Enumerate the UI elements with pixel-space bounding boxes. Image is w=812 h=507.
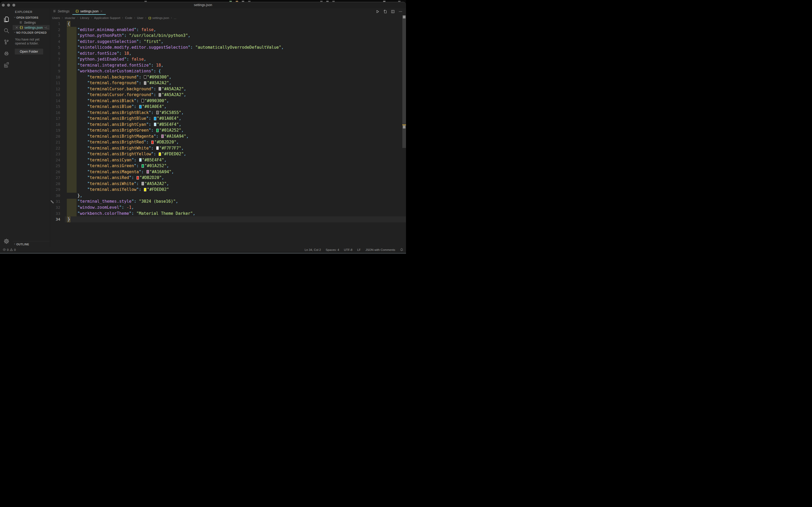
no-folder-message: You have not yet opened a folder. — [15, 38, 46, 46]
color-swatch[interactable] — [144, 188, 146, 191]
color-swatch[interactable] — [161, 134, 164, 138]
more-actions-icon[interactable] — [398, 9, 402, 14]
color-swatch[interactable] — [136, 176, 139, 179]
code-line-10[interactable]: "terminal.background": "#090300", — [68, 74, 406, 80]
activity-bar-item-explorer[interactable] — [0, 14, 13, 24]
code-line-19[interactable]: "terminal.ansiBrightGreen": "#01A252", — [68, 127, 406, 133]
settings-editor-icon — [19, 21, 23, 24]
code-line-31[interactable]: "terminal_themes.style": "3024 (base16)"… — [68, 199, 406, 205]
breadcrumb-item[interactable]: Library — [80, 16, 89, 19]
code-line-32[interactable]: "window.zoomLevel": -1, — [68, 205, 406, 211]
code-line-24[interactable]: "terminal.ansiCyan": "#B5E4F4", — [68, 157, 406, 163]
breadcrumb-item[interactable]: {}settings.json — [148, 16, 169, 19]
status-item[interactable]: JSON with Comments — [366, 248, 395, 251]
code-line-33[interactable]: "workbench.colorTheme": "Material Theme … — [68, 211, 406, 217]
code-line-8[interactable]: "terminal.integrated.fontSize": 18, — [68, 62, 406, 68]
open-settings-ui-icon[interactable] — [383, 9, 387, 14]
code-line-30[interactable]: }, — [68, 193, 406, 199]
color-swatch[interactable] — [154, 117, 156, 120]
breadcrumb-item[interactable]: User — [137, 16, 143, 19]
run-icon[interactable] — [375, 9, 380, 14]
breadcrumb-item[interactable]: Application Support — [94, 16, 120, 19]
editor-scrollbar[interactable] — [402, 15, 406, 148]
code-line-34[interactable]: } — [68, 216, 406, 222]
code-line-6[interactable]: "editor.fontSize": 18, — [68, 51, 406, 57]
activity-bar-item-source-control[interactable] — [0, 37, 13, 47]
status-item[interactable]: UTF-8 — [344, 248, 353, 251]
color-swatch[interactable] — [156, 111, 159, 114]
tab-settings-json[interactable]: {}settings.json — [72, 8, 106, 15]
code-line-27[interactable]: "terminal.ansiRed": "#DB2D20", — [68, 175, 406, 181]
outline-section-header[interactable]: OUTLINE — [13, 241, 50, 247]
code-editor[interactable]: 1234567891011121314151617181920212223242… — [50, 21, 406, 247]
breadcrumb-item[interactable]: Code — [125, 16, 132, 19]
code-line-25[interactable]: "terminal.ansiGreen": "#01A252", — [68, 163, 406, 169]
code-line-5[interactable]: "vsintellicode.modify.editor.suggestSele… — [68, 45, 406, 51]
open-folder-button[interactable]: Open Folder — [15, 49, 43, 55]
code-line-16[interactable]: "terminal.ansiBrightBlack": "#5C5855", — [68, 110, 406, 116]
color-swatch[interactable] — [159, 87, 161, 91]
notifications-bell-icon[interactable] — [400, 248, 403, 251]
close-editor-icon[interactable] — [15, 26, 18, 29]
status-item[interactable]: Ln 34, Col 2 — [305, 248, 321, 251]
code-line-21[interactable]: "terminal.ansiBrightRed": "#DB2D20", — [68, 139, 406, 145]
code-line-20[interactable]: "terminal.ansiBrightMagenta": "#A16A94", — [68, 133, 406, 139]
close-tab-icon[interactable] — [100, 10, 103, 13]
code-line-3[interactable]: "python.pythonPath": "/usr/local/bin/pyt… — [68, 33, 406, 39]
open-editors-header[interactable]: OPEN EDITORS — [13, 15, 50, 20]
open-editor-item[interactable]: Settings — [13, 20, 50, 25]
activity-bar — [0, 8, 13, 247]
breadcrumb-item[interactable]: stuaclar — [65, 16, 75, 19]
split-editor-icon[interactable] — [391, 9, 395, 14]
breadcrumbs: UsersstuaclarLibraryApplication SupportC… — [50, 15, 406, 21]
color-swatch[interactable] — [159, 93, 161, 97]
breadcrumb-item[interactable]: Users — [52, 16, 60, 19]
activity-bar-item-search[interactable] — [0, 25, 13, 36]
open-editor-item[interactable]: {}settings.json~/... — [13, 25, 50, 30]
code-line-12[interactable]: "terminalCursor.background": "#A5A2A2", — [68, 86, 406, 92]
code-line-28[interactable]: "terminal.ansiWhite": "#A5A2A2", — [68, 181, 406, 187]
tab-settings[interactable]: Settings — [50, 8, 72, 15]
color-swatch[interactable] — [156, 129, 159, 132]
code-line-29[interactable]: "terminal.ansiYellow": "#FDED02" — [68, 187, 406, 193]
color-swatch[interactable] — [154, 123, 156, 126]
code-content[interactable]: { "editor.minimap.enabled": false, "pyth… — [68, 21, 406, 222]
color-swatch[interactable] — [141, 99, 144, 102]
color-swatch[interactable] — [156, 146, 159, 150]
code-line-26[interactable]: "terminal.ansiMagenta": "#A16A94", — [68, 169, 406, 175]
color-swatch[interactable] — [141, 182, 144, 185]
code-line-1[interactable]: { — [68, 21, 406, 27]
color-swatch[interactable] — [159, 153, 161, 156]
code-line-23[interactable]: "terminal.ansiBrightYellow": "#FDED02", — [68, 151, 406, 157]
color-swatch[interactable] — [139, 158, 141, 162]
code-line-18[interactable]: "terminal.ansiBrightCyan": "#B5E4F4", — [68, 122, 406, 128]
color-swatch[interactable] — [144, 75, 146, 79]
code-line-4[interactable]: "editor.suggestSelection": "first", — [68, 39, 406, 45]
status-item[interactable]: LF — [357, 248, 361, 251]
color-swatch[interactable] — [139, 105, 141, 108]
code-line-14[interactable]: "terminal.ansiBlack": "#090300", — [68, 98, 406, 104]
no-folder-header[interactable]: NO FOLDER OPENED — [13, 30, 50, 35]
code-line-2[interactable]: "editor.minimap.enabled": false, — [68, 27, 406, 33]
breadcrumb-separator-icon — [121, 16, 124, 19]
color-swatch[interactable] — [146, 170, 149, 173]
manage-gear-icon[interactable] — [0, 237, 13, 245]
color-swatch[interactable] — [151, 140, 154, 144]
code-line-17[interactable]: "terminal.ansiBrightBlue": "#01A0E4", — [68, 116, 406, 122]
color-swatch[interactable] — [141, 164, 144, 168]
titlebar[interactable]: settings.json — [0, 2, 406, 8]
code-line-11[interactable]: "terminal.foreground": "#A5A2A2", — [68, 80, 406, 86]
status-item[interactable]: Spaces: 4 — [326, 248, 339, 251]
sidebar-explorer: EXPLORER OPEN EDITORS Settings{}settings… — [13, 8, 50, 247]
breadcrumb-item[interactable]: ... — [174, 16, 177, 19]
activity-bar-item-extensions[interactable] — [0, 59, 13, 70]
activity-bar-item-debug[interactable] — [0, 48, 13, 58]
color-swatch[interactable] — [144, 81, 146, 85]
code-line-22[interactable]: "terminal.ansiBrightWhite": "#F7F7F7", — [68, 145, 406, 151]
no-folder-label: NO FOLDER OPENED — [16, 31, 47, 34]
code-line-13[interactable]: "terminalCursor.foreground": "#A5A2A2", — [68, 92, 406, 98]
code-line-7[interactable]: "python.jediEnabled": false, — [68, 56, 406, 62]
problems-status[interactable]: 00 — [3, 248, 16, 251]
code-line-15[interactable]: "terminal.ansiBlue": "#01A0E4", — [68, 104, 406, 110]
code-line-9[interactable]: "workbench.colorCustomizations": { — [68, 68, 406, 74]
